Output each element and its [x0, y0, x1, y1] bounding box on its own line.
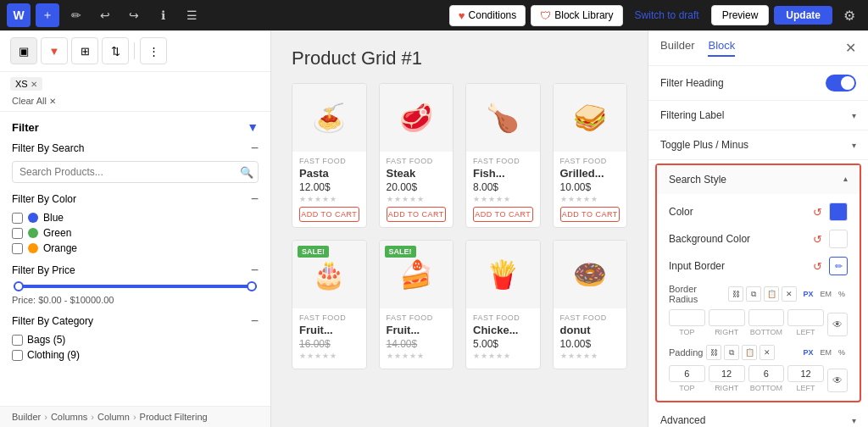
filter-icon-button[interactable]: ▼ [41, 37, 68, 64]
padding-top[interactable] [669, 365, 705, 382]
stepper-button[interactable]: ⇅ [102, 37, 129, 64]
border-radius-top[interactable] [669, 309, 705, 326]
border-radius-visibility-button[interactable]: 👁 [827, 313, 848, 336]
color-checkbox-orange[interactable] [12, 243, 23, 254]
filter-heading-toggle[interactable] [826, 75, 856, 92]
border-radius-link-icon[interactable]: ⛓ [728, 286, 743, 302]
search-input[interactable] [12, 161, 259, 183]
category-checkbox-clothing[interactable] [12, 350, 23, 361]
color-option-orange: Orange [12, 242, 259, 254]
block-library-button[interactable]: 🛡 Block Library [531, 5, 622, 26]
undo-button[interactable]: ↩ [93, 3, 117, 27]
color-swatch-blue[interactable] [829, 202, 848, 221]
border-radius-right[interactable] [709, 309, 745, 326]
add-to-cart-fish[interactable]: ADD TO CART [473, 207, 533, 222]
add-to-cart-steak[interactable]: ADD TO CART [387, 207, 447, 222]
bg-color-swatch[interactable] [829, 230, 848, 248]
product-img-steak: 🥩 [380, 84, 453, 152]
price-thumb-left[interactable] [14, 281, 24, 291]
search-style-title: Search Style [669, 174, 726, 186]
add-to-cart-pasta[interactable]: ADD TO CART [299, 207, 359, 222]
green-dot [28, 228, 38, 238]
filtering-label-header[interactable]: Filtering Label ▾ [648, 101, 868, 130]
padding-right[interactable] [709, 365, 745, 382]
redo-button[interactable]: ↪ [122, 3, 146, 27]
color-checkbox-blue[interactable] [12, 213, 23, 224]
wp-logo[interactable]: W [7, 3, 31, 27]
tab-block[interactable]: Block [708, 39, 735, 57]
color-checkbox-green[interactable] [12, 228, 23, 239]
canvas: Product Grid #1 🍝 FAST FOOD Pasta 12.00$… [271, 30, 648, 427]
remove-tag-xs[interactable]: ✕ [31, 80, 37, 89]
input-border-reset-button[interactable]: ↺ [809, 258, 826, 274]
padding-unit-em[interactable]: EM [817, 347, 834, 358]
grid-view-button[interactable]: ⊞ [71, 37, 98, 64]
conditions-button[interactable]: ♥ Conditions [449, 5, 526, 26]
category-clothing: Clothing (9) [12, 349, 259, 361]
product-grid-title: Product Grid #1 [292, 47, 627, 69]
bg-color-label: Background Color [669, 233, 750, 245]
border-radius-left[interactable] [787, 309, 824, 326]
padding-visibility-button[interactable]: 👁 [827, 369, 848, 392]
price-track [14, 285, 257, 288]
gear-button[interactable]: ⚙ [837, 3, 861, 27]
border-radius-copy-icon[interactable]: ⧉ [746, 286, 761, 302]
update-button[interactable]: Update [774, 6, 832, 25]
padding-clear-icon[interactable]: ✕ [760, 345, 775, 360]
edit-icon-button[interactable]: ✏ [64, 3, 88, 27]
padding-paste-icon[interactable]: 📋 [742, 345, 757, 360]
filter-tag-xs[interactable]: XS ✕ [10, 77, 42, 91]
color-reset-button[interactable]: ↺ [809, 203, 826, 220]
unit-percent[interactable]: % [836, 289, 848, 299]
filter-heading-header[interactable]: Filter Heading [648, 66, 868, 100]
close-panel-button[interactable]: ✕ [845, 40, 856, 56]
info-button[interactable]: ℹ [151, 3, 175, 27]
border-radius-paste-icon[interactable]: 📋 [764, 286, 779, 302]
category-checkbox-bags[interactable] [12, 335, 23, 346]
sale-badge: SALE! [298, 246, 329, 258]
price-thumb-right[interactable] [247, 281, 257, 291]
padding-link-icon[interactable]: ⛓ [706, 345, 721, 360]
search-style-header[interactable]: Search Style ▾ [657, 165, 860, 194]
switch-draft-button[interactable]: Switch to draft [628, 6, 706, 25]
more-options-button[interactable]: ⋮ [140, 37, 167, 64]
breadcrumb-product-filtering[interactable]: Product Filtering [140, 412, 208, 422]
border-radius-bottom[interactable] [748, 309, 785, 326]
collapse-category-icon[interactable]: − [251, 313, 259, 329]
unit-px[interactable]: PX [800, 289, 815, 299]
left-toolbar: ▣ ▼ ⊞ ⇅ ⋮ [0, 30, 270, 72]
sale-badge-2: SALE! [385, 246, 416, 258]
conditions-icon: ♥ [459, 9, 465, 22]
left-panel: ▣ ▼ ⊞ ⇅ ⋮ XS ✕ Clear All ✕ Filter ▼ [0, 30, 271, 427]
input-border-edit-button[interactable]: ✏ [829, 257, 848, 275]
price-slider[interactable] [12, 285, 259, 288]
padding-copy-icon[interactable]: ⧉ [724, 345, 739, 360]
breadcrumb-builder[interactable]: Builder [12, 412, 41, 422]
unit-em[interactable]: EM [817, 289, 834, 299]
blue-dot [28, 213, 38, 223]
bg-color-reset-button[interactable]: ↺ [809, 230, 826, 247]
preview-button[interactable]: Preview [711, 5, 770, 25]
add-block-button[interactable]: ＋ [36, 3, 59, 27]
collapse-price-icon[interactable]: − [251, 263, 259, 278]
padding-unit-percent[interactable]: % [836, 347, 848, 358]
layout-view-button[interactable]: ▣ [10, 37, 37, 64]
breadcrumb-column[interactable]: Column [97, 412, 130, 422]
toggle-plus-minus-header[interactable]: Toggle Plus / Minus ▾ [648, 130, 868, 159]
padding-unit-px[interactable]: PX [800, 347, 815, 358]
add-to-cart-grilled[interactable]: ADD TO CART [560, 207, 620, 222]
padding-section: Padding ⛓ ⧉ 📋 ✕ PX EM % [669, 345, 848, 392]
padding-bottom[interactable] [748, 365, 785, 382]
collapse-color-icon[interactable]: − [251, 191, 259, 207]
padding-left[interactable] [787, 365, 824, 382]
menu-button[interactable]: ☰ [180, 3, 203, 27]
advanced-section[interactable]: Advanced ▾ [648, 406, 868, 427]
collapse-search-icon[interactable]: − [251, 141, 259, 156]
breadcrumb-columns[interactable]: Columns [51, 412, 87, 422]
color-option-green: Green [12, 227, 259, 239]
clear-all-button[interactable]: Clear All ✕ [12, 96, 259, 106]
tab-builder[interactable]: Builder [660, 39, 694, 57]
toolbar-separator [134, 42, 135, 59]
chevron-down-icon: ▾ [852, 111, 856, 120]
border-radius-clear-icon[interactable]: ✕ [782, 286, 797, 302]
